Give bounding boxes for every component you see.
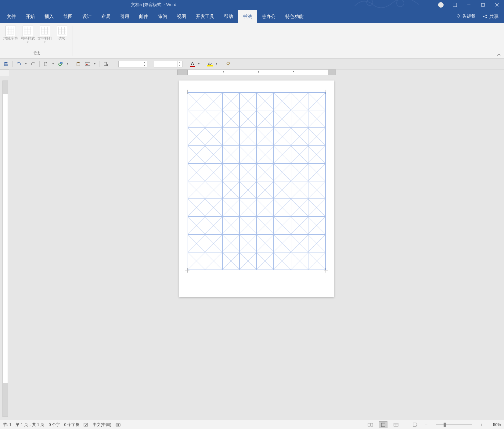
status-macro-button[interactable] bbox=[116, 423, 121, 427]
print-layout-button[interactable] bbox=[379, 421, 387, 428]
save-button[interactable] bbox=[2, 60, 10, 68]
highlight-button[interactable]: ab⁄ bbox=[207, 62, 213, 66]
zoom-to-page-button[interactable] bbox=[411, 421, 419, 428]
zoom-in-button[interactable]: + bbox=[479, 422, 484, 427]
status-language[interactable]: 中文(中国) bbox=[93, 422, 111, 427]
grid-cell bbox=[257, 216, 274, 234]
share-button[interactable]: 共享 bbox=[479, 10, 502, 23]
maximize-button[interactable] bbox=[476, 0, 490, 10]
zoom-slider-thumb[interactable] bbox=[444, 423, 446, 427]
status-chars[interactable]: 0 个字符 bbox=[64, 422, 79, 427]
lightbulb-icon bbox=[456, 14, 461, 19]
titlebar-decor bbox=[351, 0, 431, 9]
vertical-ruler[interactable] bbox=[2, 80, 8, 417]
status-section[interactable]: 节: 1 bbox=[3, 422, 11, 427]
tab-14[interactable]: 特色功能 bbox=[280, 10, 308, 23]
web-layout-button[interactable] bbox=[392, 421, 400, 428]
tab-12[interactable]: 书法 bbox=[238, 10, 257, 23]
svg-point-19 bbox=[59, 63, 62, 66]
highlight-dropdown[interactable]: ▼ bbox=[215, 63, 218, 65]
grid-cell bbox=[222, 252, 239, 270]
spin-up-icon[interactable]: ▲ bbox=[142, 61, 147, 64]
status-page[interactable]: 第 1 页，共 1 页 bbox=[16, 422, 44, 427]
font-size-combo[interactable]: ▲▼ bbox=[154, 61, 182, 67]
read-mode-button[interactable] bbox=[366, 421, 375, 428]
tab-13[interactable]: 慧办公 bbox=[257, 10, 280, 23]
paste-options-button[interactable] bbox=[75, 60, 82, 68]
tab-1[interactable]: 开始 bbox=[21, 10, 40, 23]
grid-cell bbox=[274, 181, 291, 199]
grid-cell bbox=[308, 234, 325, 252]
grid-cell bbox=[291, 92, 308, 110]
new-doc-dropdown[interactable]: ▼ bbox=[51, 63, 55, 65]
new-doc-button[interactable] bbox=[42, 60, 49, 68]
status-bar: 节: 1 第 1 页，共 1 页 0 个字 0 个字符 中文(中国) − + 5… bbox=[0, 420, 504, 429]
shape-button[interactable] bbox=[57, 60, 64, 68]
status-words[interactable]: 0 个字 bbox=[49, 422, 60, 427]
undo-dropdown[interactable]: ▼ bbox=[24, 63, 28, 65]
tab-6[interactable]: 引用 bbox=[115, 10, 134, 23]
font-color-button[interactable]: A bbox=[190, 61, 195, 67]
grid-cell bbox=[274, 234, 291, 252]
font-combo[interactable]: ▲▼ bbox=[118, 61, 147, 67]
textbox-dropdown[interactable]: ▼ bbox=[93, 63, 97, 65]
print-preview-button[interactable] bbox=[102, 60, 109, 68]
ribbon-btn-2[interactable]: 文字排列▼ bbox=[37, 25, 53, 44]
ribbon-btn-0[interactable]: 增减字符 bbox=[2, 25, 19, 44]
tell-me[interactable]: 告诉我 bbox=[452, 10, 479, 23]
tab-7[interactable]: 邮件 bbox=[134, 10, 153, 23]
undo-button[interactable] bbox=[15, 60, 22, 68]
tab-9[interactable]: 视图 bbox=[172, 10, 191, 23]
tab-0[interactable]: 文件 bbox=[2, 10, 21, 23]
tab-5[interactable]: 布局 bbox=[96, 10, 115, 23]
spin-up-icon[interactable]: ▲ bbox=[177, 61, 182, 64]
svg-rect-29 bbox=[84, 423, 88, 426]
document-scroll[interactable]: 123 bbox=[9, 70, 504, 420]
minimize-button[interactable] bbox=[462, 0, 476, 10]
grid-cell bbox=[239, 181, 257, 199]
grid-cell bbox=[222, 110, 239, 128]
ribbon-btn-1[interactable]: 网格样式▼ bbox=[20, 25, 36, 44]
tab-3[interactable]: 绘图 bbox=[59, 10, 77, 23]
horizontal-ruler[interactable]: 123 bbox=[177, 70, 336, 76]
ribbon-display-options-button[interactable] bbox=[448, 0, 462, 10]
ruler-corner[interactable]: ∟ bbox=[0, 70, 9, 76]
page[interactable] bbox=[179, 80, 334, 297]
tab-2[interactable]: 插入 bbox=[40, 10, 59, 23]
calligraphy-grid bbox=[188, 92, 326, 270]
zoom-slider[interactable] bbox=[436, 424, 472, 425]
svg-point-11 bbox=[486, 15, 487, 16]
tab-4[interactable]: 设计 bbox=[77, 10, 96, 23]
status-proofing-button[interactable] bbox=[84, 423, 88, 427]
grid-cell bbox=[188, 199, 205, 216]
shape-dropdown[interactable]: ▼ bbox=[66, 63, 70, 65]
grid-cell bbox=[222, 216, 239, 234]
grid-cell bbox=[308, 199, 325, 216]
grid-cell bbox=[222, 128, 239, 145]
grid-cell bbox=[257, 92, 274, 110]
grid-cell bbox=[239, 110, 257, 128]
more-commands-button[interactable] bbox=[225, 60, 232, 68]
page-margins bbox=[188, 92, 326, 270]
user-avatar[interactable] bbox=[438, 2, 444, 8]
collapse-ribbon-button[interactable] bbox=[497, 53, 501, 56]
tab-8[interactable]: 审阅 bbox=[153, 10, 172, 23]
ribbon-btn-label: 选项 bbox=[58, 37, 66, 40]
close-button[interactable] bbox=[490, 0, 504, 10]
zoom-level[interactable]: 50% bbox=[489, 422, 501, 427]
grid-cell bbox=[205, 92, 222, 110]
zoom-out-button[interactable]: − bbox=[423, 422, 429, 427]
grid-cell bbox=[274, 163, 291, 181]
tab-11[interactable]: 帮助 bbox=[219, 10, 238, 23]
redo-button[interactable] bbox=[30, 60, 37, 68]
spin-down-icon[interactable]: ▼ bbox=[142, 64, 147, 67]
grid-cell bbox=[291, 199, 308, 216]
font-color-dropdown[interactable]: ▼ bbox=[197, 63, 201, 65]
textbox-button[interactable]: A bbox=[84, 60, 91, 68]
spin-down-icon[interactable]: ▼ bbox=[177, 64, 182, 67]
ribbon-btn-3[interactable]: 选项 bbox=[54, 25, 70, 44]
grid-cell bbox=[257, 110, 274, 128]
svg-rect-33 bbox=[368, 423, 370, 426]
tab-10[interactable]: 开发工具 bbox=[191, 10, 219, 23]
grid-cell bbox=[257, 234, 274, 252]
